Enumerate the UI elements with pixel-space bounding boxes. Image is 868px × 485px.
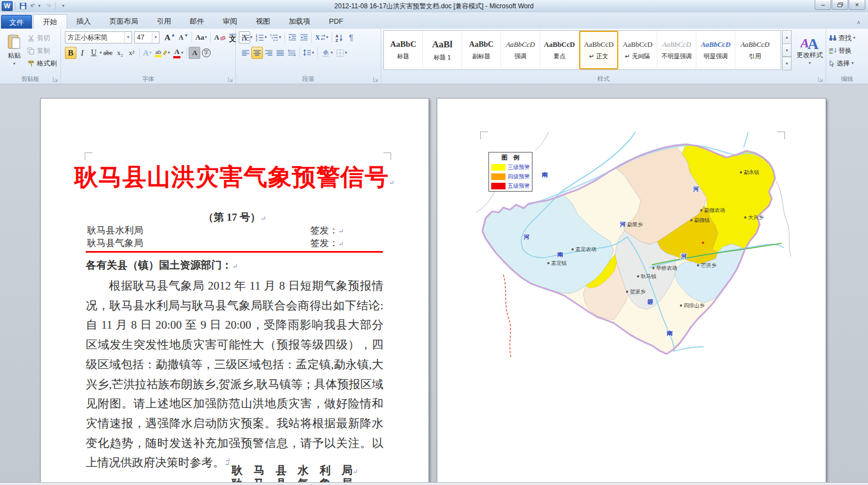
replace-button[interactable]: abac 替换 <box>829 45 851 57</box>
restore-button[interactable] <box>832 0 848 10</box>
align-right-button[interactable] <box>263 47 274 59</box>
cut-label: 剪切 <box>37 34 50 43</box>
undo-icon[interactable]: ▾ <box>30 1 41 11</box>
signature-text: 耿 马 县 气 象 局 <box>232 477 353 482</box>
style-item-heading[interactable]: AaBbC标题 <box>384 31 423 69</box>
style-label: 标题 <box>397 52 409 61</box>
shading-button[interactable]: ▾ <box>320 47 334 59</box>
tab-file[interactable]: 文件 <box>1 15 32 29</box>
superscript-button[interactable]: x² <box>126 47 138 59</box>
font-size-select[interactable]: 47 ▾ <box>134 31 160 43</box>
change-styles-button[interactable]: AA 更改样式 ▾ <box>795 31 825 73</box>
italic-button[interactable]: I <box>76 47 88 59</box>
style-item-intense-emphasis[interactable]: AaBbCcD明显强调 <box>696 31 735 69</box>
font-name-select[interactable]: 方正小标宋简 ▾ <box>65 31 132 43</box>
strikethrough-button[interactable]: abc <box>102 47 114 59</box>
borders-caret-icon: ▾ <box>345 51 347 55</box>
font-color-button[interactable]: A▾ <box>172 47 185 59</box>
style-item-no-spacing[interactable]: AaBbCcD↵ 无间隔 <box>618 31 657 69</box>
style-item-subtitle[interactable]: AaBbC副标题 <box>462 31 501 69</box>
document-area[interactable]: 耿马县山洪灾害气象预警信号↵ （第 17 号）↵ 耿马县水利局 签发：↵ 耿马县… <box>0 84 868 482</box>
shrink-font-button[interactable]: A▼ <box>177 31 190 43</box>
tab-insert[interactable]: 插入 <box>67 14 100 29</box>
numbering-button[interactable]: 123 ▾ <box>254 31 268 43</box>
tab-page-layout[interactable]: 页面布局 <box>100 14 147 29</box>
style-item-strong[interactable]: AaBbCcD要点 <box>540 31 579 69</box>
style-item-quote[interactable]: AaBbCcD引用 <box>735 31 774 69</box>
asian-layout-button[interactable]: X ▾ <box>314 31 330 43</box>
show-marks-button[interactable]: ¶ <box>345 31 357 43</box>
text-effects-button[interactable]: A▾ <box>141 47 153 59</box>
select-button[interactable]: 选择 ▾ <box>829 57 854 69</box>
save-icon[interactable] <box>18 1 29 11</box>
document-page-1[interactable]: 耿马县山洪灾害气象预警信号↵ （第 17 号）↵ 耿马县水利局 签发：↵ 耿马县… <box>40 98 429 482</box>
collapse-ribbon-icon[interactable]: ∧ <box>854 18 864 26</box>
multilevel-list-button[interactable]: ▾ <box>268 31 283 43</box>
style-item-normal[interactable]: AaBbCcD↵ 正文 <box>579 31 618 69</box>
style-label: 标题 1 <box>433 53 451 62</box>
tab-view[interactable]: 视图 <box>246 14 279 29</box>
align-left-button[interactable] <box>240 47 251 59</box>
subscript-button[interactable]: x₂ <box>114 47 126 59</box>
tab-references[interactable]: 引用 <box>147 14 180 29</box>
style-item-emphasis[interactable]: AaBbCcD强调 <box>501 31 540 69</box>
minimize-button[interactable]: – <box>815 0 831 10</box>
paste-label: 粘贴 <box>8 51 21 61</box>
text-highlight-button[interactable]: ab ▾ <box>153 47 172 59</box>
replace-icon: abac <box>829 47 837 54</box>
style-item-heading1[interactable]: AaBl标题 1 <box>423 31 462 69</box>
font-dialog-launcher-icon[interactable] <box>227 76 234 83</box>
change-case-button[interactable]: Aa▾ <box>194 31 208 43</box>
bullets-button[interactable]: ▾ <box>240 31 254 43</box>
borders-button[interactable]: ▾ <box>334 47 349 59</box>
font-color-glyph: A <box>173 47 180 58</box>
decrease-indent-button[interactable] <box>287 31 298 43</box>
grow-font-button[interactable]: A▲ <box>163 31 177 43</box>
distribute-button[interactable] <box>286 47 298 59</box>
document-page-2[interactable]: 勐永镇 勐撒农场 勐撒镇 大兴乡 勐简乡 孟定农场 孟定镇 华侨农场 耿马镇 贺… <box>437 98 826 482</box>
tab-mailings[interactable]: 邮件 <box>180 14 213 29</box>
underline-button[interactable]: U <box>88 47 100 59</box>
tab-home[interactable]: 开始 <box>33 14 67 29</box>
org-line-1: 耿马县水利局 <box>87 224 143 237</box>
tab-pdf[interactable]: PDF <box>320 14 353 29</box>
style-scroll-down-icon[interactable]: ▼ <box>782 43 792 57</box>
change-styles-caret-icon: ▾ <box>809 61 811 66</box>
bold-button[interactable]: B <box>65 47 76 59</box>
format-painter-button[interactable]: 格式刷 <box>28 57 57 69</box>
close-button[interactable]: × <box>849 0 865 10</box>
text-boundary-mark <box>85 152 92 160</box>
change-styles-icon: AA <box>800 34 819 50</box>
find-button[interactable]: 查找 ▾ <box>829 32 855 44</box>
paragraph-dialog-launcher-icon[interactable] <box>372 76 379 83</box>
sort-button[interactable]: AZ <box>334 31 345 43</box>
clipboard-dialog-launcher-icon[interactable] <box>52 76 59 83</box>
line-spacing-button[interactable]: ▾ <box>301 47 316 59</box>
cut-button[interactable]: 剪切 <box>28 32 50 44</box>
character-shading-button[interactable]: A <box>189 47 200 59</box>
word-app-icon[interactable]: W <box>2 1 13 11</box>
style-scroll-up-icon[interactable]: ▲ <box>782 30 792 44</box>
paste-button[interactable]: 粘贴 ▾ <box>3 31 26 73</box>
styles-group-label: 样式 <box>381 75 826 83</box>
tab-review[interactable]: 审阅 <box>213 14 246 29</box>
align-right-icon <box>265 49 273 57</box>
increase-indent-button[interactable] <box>298 31 310 43</box>
style-gallery-more-icon[interactable]: ▼ <box>782 56 792 70</box>
divider <box>15 2 15 10</box>
copy-button[interactable]: 复制 <box>28 45 50 57</box>
redo-icon[interactable] <box>42 1 53 11</box>
align-center-button[interactable] <box>251 47 263 59</box>
style-item-subtle-emphasis[interactable]: AaBbCcD不明显强调 <box>657 31 696 69</box>
enclose-characters-button[interactable]: 字 <box>200 47 212 59</box>
clear-formatting-button[interactable]: A <box>212 31 227 43</box>
highlight-glyph: ab <box>155 48 162 57</box>
tab-addins[interactable]: 加载项 <box>279 14 320 29</box>
select-label: 选择 <box>837 59 850 68</box>
qat-customize-icon[interactable]: ▾ <box>58 1 69 11</box>
document-title: 耿马县山洪灾害气象预警信号↵ <box>57 161 412 193</box>
styles-dialog-launcher-icon[interactable] <box>817 76 824 83</box>
eraser-icon <box>220 35 226 40</box>
justify-button[interactable] <box>274 47 286 59</box>
river-line <box>744 132 748 148</box>
